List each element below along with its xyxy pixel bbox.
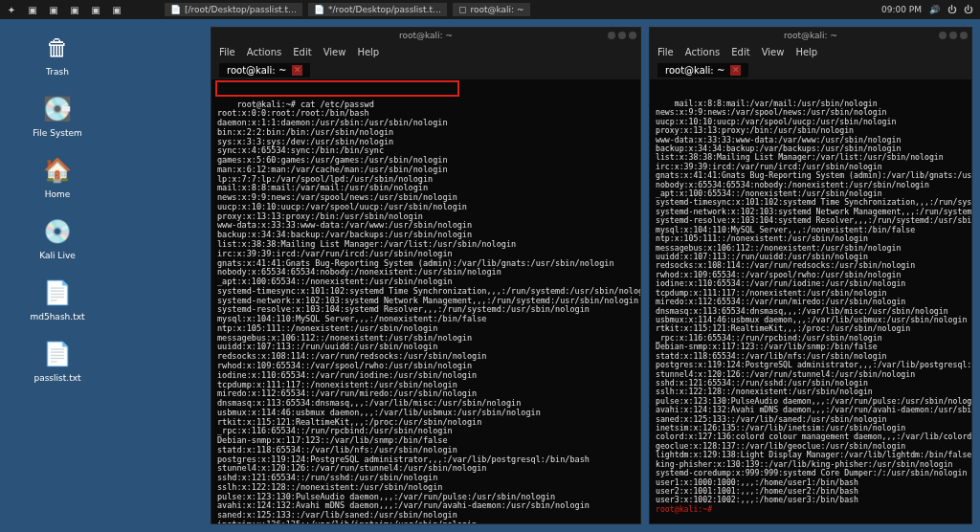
terminal-icon: ▢ [458,5,467,14]
taskbar: ✦ ▣ ▣ ▣ ▣ ▣ 📄[/root/Desktop/passlist.t… … [0,0,980,19]
desktop-filesystem[interactable]: 💽File System [8,92,107,138]
menu-edit[interactable]: Edit [731,47,749,57]
terminal-tab[interactable]: root@kali: ~✕ [657,63,748,78]
minimize-icon[interactable] [608,32,615,39]
notifications-icon[interactable]: ⏻ [947,5,956,14]
taskbar-right: 09:00 PM 🔊 ⏻ ⏻ [881,5,980,14]
menu-help[interactable]: Help [357,47,379,57]
menu-view[interactable]: View [323,47,346,57]
terminal-prompt: root@kali:~# [656,504,717,514]
terminal-left-tabs: root@kali: ~✕ [212,60,640,79]
maximize-icon[interactable] [618,32,626,39]
terminal-right-body[interactable]: mail:x:8:8:mail:/var/mail:/usr/sbin/nolo… [650,79,971,523]
taskbar-window-terminal[interactable]: ▢root@kali: ~ [453,3,530,16]
minimize-icon[interactable] [939,32,947,39]
close-icon[interactable] [960,32,968,39]
menu-view[interactable]: View [762,47,785,57]
terminal-title: root@kali: ~ [784,31,837,40]
menu-file[interactable]: File [219,47,235,57]
maximize-icon[interactable] [949,32,957,39]
clock: 09:00 PM [881,5,922,14]
disc-icon: 💿 [40,214,75,249]
power-icon[interactable]: ⏻ [964,5,972,14]
menu-file[interactable]: File [657,47,674,57]
tab-close-icon[interactable]: ✕ [292,65,302,76]
kali-logo-icon[interactable]: ✦ [4,2,19,17]
files-launcher-icon[interactable]: ▣ [46,2,61,17]
terminal-right-menubar: File Actions Edit View Help [650,43,971,60]
volume-icon[interactable]: 🔊 [929,5,940,14]
tab-close-icon[interactable]: ✕ [730,65,741,76]
desktop-home[interactable]: 🏠Home [8,153,107,199]
file-icon: 📄 [40,337,75,371]
terminal-launcher-icon[interactable]: ▣ [25,2,40,17]
highlight-root-entry [215,80,459,97]
close-icon[interactable] [629,32,636,39]
home-icon: 🏠 [40,153,75,188]
terminal-right-tabs: root@kali: ~✕ [650,60,971,79]
editor-launcher-icon[interactable]: ▣ [67,2,82,17]
editor-icon: 📄 [314,5,324,14]
desktop-kali-live[interactable]: 💿Kali Live [8,214,107,260]
menu-actions[interactable]: Actions [685,47,721,57]
app-launcher-icon[interactable]: ▣ [109,2,124,17]
taskbar-window-editor1[interactable]: 📄[/root/Desktop/passlist.t… [165,3,302,16]
menu-help[interactable]: Help [795,47,817,57]
trash-icon: 🗑 [40,31,75,65]
menu-edit[interactable]: Edit [293,47,311,57]
terminal-title: root@kali: ~ [399,31,453,40]
desktop-trash[interactable]: 🗑Trash [8,31,107,77]
desktop-md5hash[interactable]: 📄md5hash.txt [8,276,107,321]
terminal-right: root@kali: ~ File Actions Edit View Help… [649,27,972,524]
browser-launcher-icon[interactable]: ▣ [88,2,103,17]
desktop-passlist[interactable]: 📄passlist.txt [8,337,107,383]
taskbar-window-editor2[interactable]: 📄*/root/Desktop/passlist.t… [308,3,447,16]
drive-icon: 💽 [40,92,75,126]
terminal-right-titlebar[interactable]: root@kali: ~ [650,28,971,43]
editor-icon: 📄 [170,5,181,14]
desktop: 🗑Trash 💽File System 🏠Home 💿Kali Live 📄md… [0,19,115,532]
terminal-left-menubar: File Actions Edit View Help [212,43,640,60]
file-icon: 📄 [40,276,75,310]
terminal-left-titlebar[interactable]: root@kali: ~ [212,28,640,43]
terminal-left-body[interactable]: root@kali:~# cat /etc/passwd root:x:0:0:… [212,79,640,523]
menu-actions[interactable]: Actions [247,47,282,57]
terminal-tab[interactable]: root@kali: ~✕ [219,63,310,78]
terminal-left: root@kali: ~ File Actions Edit View Help… [211,27,641,524]
taskbar-left: ✦ ▣ ▣ ▣ ▣ ▣ 📄[/root/Desktop/passlist.t… … [0,2,530,17]
